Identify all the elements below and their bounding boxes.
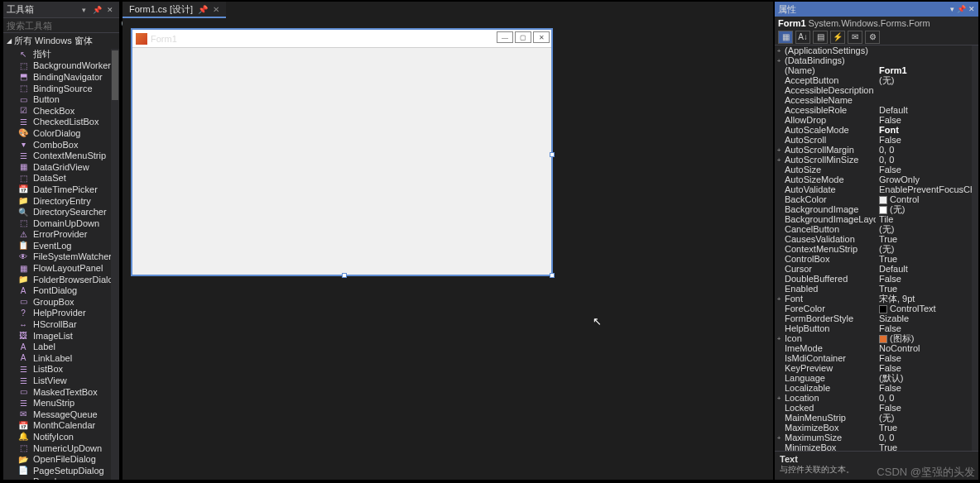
property-value[interactable]: GrowOnly: [876, 175, 978, 184]
property-value[interactable]: EnablePreventFocusChange: [876, 184, 978, 194]
toolbox-item[interactable]: ?HelpProvider: [3, 308, 119, 319]
property-row[interactable]: AccessibleName: [775, 95, 978, 105]
property-row[interactable]: MaximizeBoxTrue: [775, 423, 978, 433]
property-row[interactable]: ControlBoxTrue: [775, 254, 978, 264]
property-row[interactable]: +Font宋体, 9pt: [775, 294, 978, 304]
property-row[interactable]: AutoScaleModeFont: [775, 125, 978, 135]
property-row[interactable]: AcceptButton(无): [775, 75, 978, 85]
toolbox-item[interactable]: ☰ContextMenuStrip: [3, 150, 119, 161]
toolbox-item[interactable]: ☰ListBox: [3, 364, 119, 375]
scrollbar[interactable]: [111, 49, 119, 480]
property-value[interactable]: ControlText: [876, 304, 978, 313]
expand-icon[interactable]: +: [775, 57, 783, 65]
toolbox-item[interactable]: ↔HScrollBar: [3, 318, 119, 330]
toolbox-item[interactable]: 📋EventLog: [3, 240, 119, 251]
toolbox-item[interactable]: ↖指针: [3, 49, 119, 60]
property-row[interactable]: +(DataBindings): [775, 55, 978, 65]
toolbox-item[interactable]: 🔍DirectorySearcher: [3, 206, 119, 218]
toolbox-item[interactable]: ⬒BindingNavigator: [3, 71, 119, 83]
form-close-button[interactable]: ✕: [533, 31, 550, 43]
property-value[interactable]: Font: [876, 125, 978, 135]
categorized-button[interactable]: ▦: [778, 31, 793, 44]
property-row[interactable]: AllowDropFalse: [775, 115, 978, 125]
search-input[interactable]: [7, 21, 121, 31]
expand-icon[interactable]: +: [775, 295, 783, 303]
property-row[interactable]: FormBorderStyleSizable: [775, 313, 978, 323]
property-row[interactable]: ForeColorControlText: [775, 304, 978, 313]
property-row[interactable]: MainMenuStrip(无): [775, 413, 978, 423]
toolbox-item[interactable]: 🖼ImageList: [3, 330, 119, 342]
pin-icon[interactable]: 📌: [91, 4, 103, 16]
events-button[interactable]: ⚡: [830, 31, 845, 44]
expand-icon[interactable]: +: [775, 146, 783, 154]
toolbox-item[interactable]: 📄PageSetupDialog: [3, 465, 119, 476]
toolbox-item[interactable]: ▭MaskedTextBox: [3, 386, 119, 398]
toolbox-item[interactable]: ▭Panel: [3, 476, 119, 480]
close-icon[interactable]: ✕: [104, 4, 116, 16]
expand-icon[interactable]: +: [775, 335, 783, 342]
property-grid[interactable]: +(ApplicationSettings)+(DataBindings)(Na…: [775, 45, 978, 451]
property-value[interactable]: False: [876, 165, 978, 175]
property-value[interactable]: False: [876, 135, 978, 145]
property-value[interactable]: False: [876, 115, 978, 125]
dropdown-icon[interactable]: ▾: [78, 4, 89, 16]
property-row[interactable]: +Icon(图标): [775, 333, 978, 343]
property-value[interactable]: Default: [876, 105, 978, 115]
property-value[interactable]: False: [876, 274, 978, 284]
toolbox-item[interactable]: AFontDialog: [3, 285, 119, 296]
toolbox-item[interactable]: ☑CheckBox: [3, 105, 119, 117]
toolbox-item[interactable]: 📅MonthCalendar: [3, 420, 119, 432]
toolbox-item[interactable]: 📁FolderBrowserDialog: [3, 274, 119, 285]
toolbox-item[interactable]: ☰ListView: [3, 375, 119, 386]
expand-icon[interactable]: +: [775, 156, 783, 164]
tab-pin-icon[interactable]: 📌: [198, 5, 208, 14]
toolbox-item[interactable]: ⬚BackgroundWorker: [3, 60, 119, 72]
property-value[interactable]: True: [876, 423, 978, 433]
toolbox-item[interactable]: ⚠ErrorProvider: [3, 229, 119, 241]
form-max-button[interactable]: ▢: [515, 31, 531, 43]
property-row[interactable]: AccessibleRoleDefault: [775, 105, 978, 115]
prop-pages-button[interactable]: ⚙: [865, 31, 880, 44]
toolbox-item[interactable]: ☰MenuStrip: [3, 397, 119, 409]
property-value[interactable]: 0, 0: [876, 155, 978, 165]
messages-button[interactable]: ✉: [848, 31, 862, 44]
property-value[interactable]: False: [876, 383, 978, 393]
properties-button[interactable]: ▤: [813, 31, 828, 44]
toolbox-item[interactable]: ▭GroupBox: [3, 296, 119, 308]
toolbox-item[interactable]: ☰CheckedListBox: [3, 117, 119, 128]
property-value[interactable]: (无): [876, 74, 978, 87]
property-value[interactable]: False: [876, 353, 978, 363]
property-value[interactable]: Sizable: [876, 313, 978, 323]
toolbox-item[interactable]: 📅DateTimePicker: [3, 184, 119, 195]
tab-form-designer[interactable]: Form1.cs [设计] 📌 ✕: [122, 2, 226, 18]
property-row[interactable]: LocalizableFalse: [775, 383, 978, 393]
property-row[interactable]: +Location0, 0: [775, 393, 978, 403]
property-row[interactable]: CancelButton(无): [775, 224, 978, 234]
property-value[interactable]: True: [876, 254, 978, 264]
scrollbar[interactable]: [972, 45, 978, 451]
toolbox-item[interactable]: ▦DataGridView: [3, 161, 119, 173]
expand-icon[interactable]: +: [775, 395, 783, 402]
property-row[interactable]: ContextMenuStrip(无): [775, 244, 978, 254]
property-value[interactable]: 0, 0: [876, 433, 978, 442]
dropdown-icon[interactable]: ▾: [950, 5, 954, 13]
toolbox-item[interactable]: ⬚DomainUpDown: [3, 218, 119, 229]
property-row[interactable]: IsMdiContainerFalse: [775, 353, 978, 363]
property-row[interactable]: DoubleBufferedFalse: [775, 274, 978, 284]
property-row[interactable]: Language(默认): [775, 373, 978, 383]
toolbox-item[interactable]: ▦FlowLayoutPanel: [3, 262, 119, 274]
property-row[interactable]: AutoSizeFalse: [775, 165, 978, 175]
toolbox-item[interactable]: 👁FileSystemWatcher: [3, 251, 119, 263]
property-row[interactable]: +AutoScrollMargin0, 0: [775, 145, 978, 155]
toolbox-item[interactable]: ⬚BindingSource: [3, 83, 119, 94]
toolbox-item[interactable]: ✉MessageQueue: [3, 409, 119, 420]
toolbox-item[interactable]: 🎨ColorDialog: [3, 127, 119, 139]
property-row[interactable]: AccessibleDescription: [775, 85, 978, 95]
property-row[interactable]: +(ApplicationSettings): [775, 45, 978, 55]
toolbox-item[interactable]: ⬚NumericUpDown: [3, 442, 119, 454]
property-value[interactable]: Default: [876, 264, 978, 274]
alphabetical-button[interactable]: A↓: [795, 31, 810, 44]
property-value[interactable]: 0, 0: [876, 145, 978, 155]
design-surface[interactable]: Form1 — ▢ ✕: [122, 18, 773, 480]
expand-icon[interactable]: +: [775, 434, 783, 442]
